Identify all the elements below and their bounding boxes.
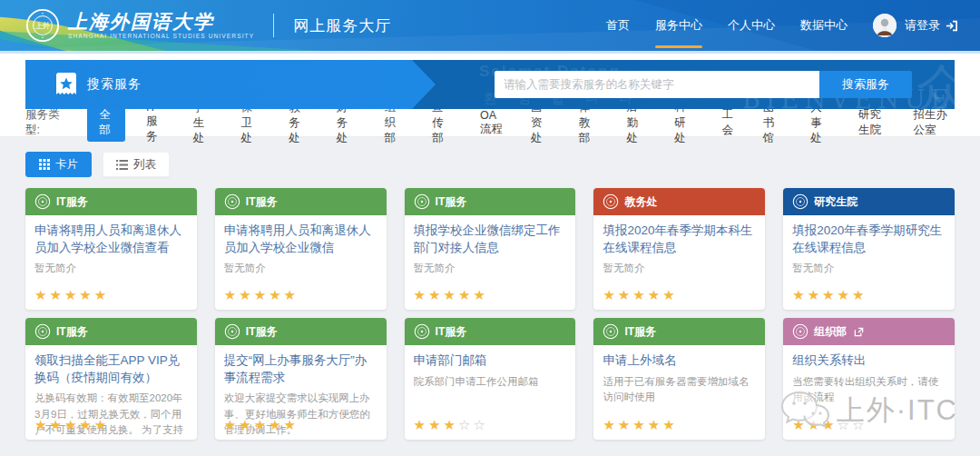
star-filled-icon: ★ <box>428 287 443 302</box>
filter-tab-13[interactable]: 工会 <box>717 104 742 142</box>
star-filled-icon: ★ <box>444 287 458 302</box>
card-dept-label: 研究生院 <box>814 194 858 210</box>
service-card-0[interactable]: IT服务申请将聘用人员和离退休人员加入学校企业微信查看暂无简介★★★★★ <box>25 188 197 310</box>
card-title[interactable]: 组织关系转出 <box>792 352 946 370</box>
card-title[interactable]: 申请将聘用人员和离退休人员加入学校企业微信查看 <box>34 223 188 256</box>
logo-divider <box>273 14 274 37</box>
card-title[interactable]: 申请上外域名 <box>603 352 756 370</box>
card-description: 适用于已有服务器需要增加域名访问时使用 <box>603 374 756 406</box>
dept-seal-icon <box>414 193 430 210</box>
star-filled-icon: ★ <box>822 417 837 432</box>
card-description: 暂无简介 <box>224 261 377 276</box>
star-filled-icon: ★ <box>94 287 109 302</box>
star-filled-icon: ★ <box>94 417 109 432</box>
card-view-button[interactable]: 卡片 <box>25 152 92 177</box>
service-card-6[interactable]: IT服务提交“网上办事服务大厅”办事流程需求欢迎大家提交需求以实现网上办事、更好… <box>215 318 387 440</box>
card-title[interactable]: 领取扫描全能王APP VIP兑换码（疫情期间有效） <box>34 352 188 386</box>
card-header: IT服务 <box>215 188 387 215</box>
star-filled-icon: ★ <box>648 417 662 432</box>
star-filled-icon: ★ <box>49 417 64 432</box>
card-rating: ★★★☆☆ <box>414 417 488 433</box>
view-toggle: 卡片 列表 <box>25 152 955 177</box>
star-filled-icon: ★ <box>632 287 647 302</box>
star-filled-icon: ★ <box>852 287 867 302</box>
list-view-button[interactable]: 列表 <box>103 152 170 177</box>
card-body: 申请将聘用人员和离退休人员加入学校企业微信查看暂无简介 <box>25 215 197 277</box>
dept-seal-icon <box>603 193 619 210</box>
card-rating: ★★★☆☆ <box>792 417 867 433</box>
star-filled-icon: ★ <box>632 417 647 432</box>
card-description: 院系部门申请工作公用邮箱 <box>414 374 567 390</box>
star-filled-icon: ★ <box>444 417 458 432</box>
card-rating: ★★★★★ <box>224 287 299 303</box>
card-title[interactable]: 填报学校企业微信绑定工作部门对接人信息 <box>414 223 567 256</box>
service-card-3[interactable]: 教务处填报2020年春季学期本科生在线课程信息暂无简介★★★★★ <box>593 188 765 310</box>
star-filled-icon: ★ <box>458 287 473 302</box>
service-card-5[interactable]: IT服务领取扫描全能王APP VIP兑换码（疫情期间有效）兑换码有效期：有效期至… <box>25 318 197 440</box>
star-filled-icon: ★ <box>284 417 299 432</box>
card-header: IT服务 <box>405 188 576 215</box>
search-banner-band: Selamat Datang 환 영 합 니 다 BIENVENUE 众 搜索服… <box>0 60 980 109</box>
search-button[interactable]: 搜索服务 <box>819 71 912 98</box>
star-empty-icon: ☆ <box>838 417 852 432</box>
portal-title: 网上服务大厅 <box>293 15 391 36</box>
card-header: 研究生院 <box>783 188 955 215</box>
nav-item-0[interactable]: 首页 <box>593 0 642 51</box>
nav-item-2[interactable]: 个人中心 <box>715 0 788 51</box>
filter-tab-8[interactable]: OA流程 <box>475 105 510 141</box>
search-banner: Selamat Datang 환 영 합 니 다 BIENVENUE 众 搜索服… <box>25 60 955 109</box>
service-card-9[interactable]: 组织部组织关系转出当您需要转出组织关系时，请使用该流程★★★☆☆ <box>783 318 955 440</box>
nav-item-1[interactable]: 服务中心 <box>642 0 715 51</box>
star-filled-icon: ★ <box>414 417 428 432</box>
card-description: 暂无简介 <box>792 261 946 276</box>
filter-tab-0[interactable]: 全部 <box>87 104 125 142</box>
card-title[interactable]: 填报2020年春季学期研究生在线课程信息 <box>792 223 946 256</box>
search-input[interactable] <box>495 71 819 98</box>
filter-label: 服务类型: <box>25 107 64 138</box>
dept-seal-icon <box>224 323 240 340</box>
card-title[interactable]: 填报2020年春季学期本科生在线课程信息 <box>603 223 756 256</box>
card-dept-label: 教务处 <box>624 194 657 210</box>
dept-seal-icon <box>792 323 808 340</box>
service-card-8[interactable]: IT服务申请上外域名适用于已有服务器需要增加域名访问时使用★★★★★ <box>593 318 765 440</box>
star-filled-icon: ★ <box>603 287 617 302</box>
card-rating: ★★★★★ <box>34 287 109 303</box>
dept-seal-icon <box>603 323 619 340</box>
card-body: 申请将聘用人员和离退休人员加入学校企业微信暂无简介 <box>215 215 387 277</box>
service-card-7[interactable]: IT服务申请部门邮箱院系部门申请工作公用邮箱★★★☆☆ <box>405 318 576 440</box>
login-label: 请登录 <box>905 17 940 34</box>
star-filled-icon: ★ <box>618 287 632 302</box>
card-header: IT服务 <box>25 188 197 215</box>
svg-text:上外: 上外 <box>34 21 51 30</box>
star-filled-icon: ★ <box>254 287 269 302</box>
filter-tab-16[interactable]: 研究生院 <box>853 104 893 142</box>
app-header: 上外 上海外国语大学 SHANGHAI INTERNATIONAL STUDIE… <box>0 0 980 51</box>
card-body: 填报2020年春季学期本科生在线课程信息暂无简介 <box>593 215 765 277</box>
card-header: 教务处 <box>593 188 765 215</box>
card-title[interactable]: 申请部门邮箱 <box>414 352 567 370</box>
dept-seal-icon <box>224 193 240 210</box>
service-card-4[interactable]: 研究生院填报2020年春季学期研究生在线课程信息暂无简介★★★★★ <box>783 188 955 310</box>
university-name: 上海外国语大学 <box>68 12 254 31</box>
star-filled-icon: ★ <box>473 287 487 302</box>
dept-seal-icon <box>34 323 51 340</box>
nav-item-3[interactable]: 数据中心 <box>788 0 860 51</box>
card-title[interactable]: 申请将聘用人员和离退休人员加入学校企业微信 <box>224 223 377 256</box>
card-body: 填报2020年春季学期研究生在线课程信息暂无简介 <box>783 215 955 277</box>
filter-tab-17[interactable]: 招生办公室 <box>908 104 955 142</box>
service-card-2[interactable]: IT服务填报学校企业微信绑定工作部门对接人信息暂无简介★★★★★ <box>405 188 576 310</box>
card-body: 申请部门邮箱院系部门申请工作公用邮箱 <box>405 345 576 390</box>
logo[interactable]: 上外 上海外国语大学 SHANGHAI INTERNATIONAL STUDIE… <box>0 0 391 51</box>
card-title[interactable]: 提交“网上办事服务大厅”办事流程需求 <box>224 352 377 386</box>
star-filled-icon: ★ <box>808 417 822 432</box>
card-dept-label: IT服务 <box>56 324 88 340</box>
card-header: IT服务 <box>25 318 197 345</box>
star-filled-icon: ★ <box>428 417 443 432</box>
star-filled-icon: ★ <box>254 417 269 432</box>
star-filled-icon: ★ <box>34 287 49 302</box>
avatar[interactable] <box>873 14 897 37</box>
card-body: 填报学校企业微信绑定工作部门对接人信息暂无简介 <box>405 215 576 277</box>
service-card-1[interactable]: IT服务申请将聘用人员和离退休人员加入学校企业微信暂无简介★★★★★ <box>215 188 387 310</box>
login-button[interactable]: 请登录 <box>905 17 958 34</box>
card-description: 暂无简介 <box>34 261 188 276</box>
